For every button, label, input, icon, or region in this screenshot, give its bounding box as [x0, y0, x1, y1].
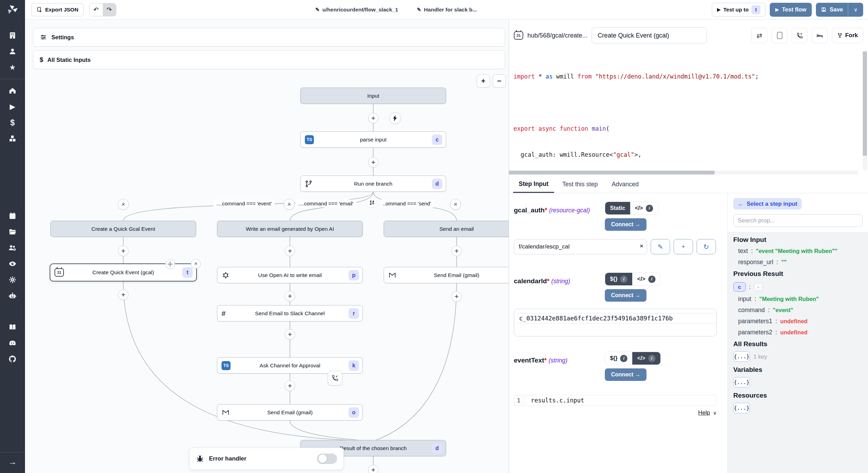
flow-settings-bar[interactable]: Settings — [33, 28, 505, 47]
flow-path-edit[interactable]: ✎ u/henricourdent/flow_slack_1 — [315, 7, 398, 13]
test-up-to-button[interactable]: ▶ Test up to t — [712, 3, 766, 17]
zoom-out-button[interactable]: − — [493, 74, 506, 88]
node-parse-input[interactable]: TS parse input c — [300, 131, 446, 148]
insert-step-button[interactable]: + — [285, 381, 295, 391]
node-create-quick-event-selected[interactable]: 31 Create Quick Event (gcal) t × — [50, 263, 197, 282]
code-horizontal-scrollbar[interactable] — [509, 171, 858, 174]
favorites-star-icon[interactable]: ★ — [5, 60, 20, 74]
audit-eye-icon[interactable] — [5, 257, 20, 271]
insert-step-button[interactable]: + — [368, 465, 378, 473]
all-static-inputs-bar[interactable]: $ All Static Inputs — [33, 50, 505, 69]
collapse-result-button[interactable]: - — [754, 283, 763, 291]
branch-header-1[interactable]: Create a Quick Gcal Event — [50, 221, 196, 237]
calendar-id-value-input[interactable]: c_0312442e881ae6fcf1dec23f54916a389f1c17… — [514, 309, 717, 336]
hub-script-path[interactable]: hub/568/gcal/create... — [527, 32, 587, 39]
calendar-id-connect-button[interactable]: Connect → — [605, 289, 646, 302]
node-ask-channel-approval[interactable]: TS Ask Channel for Approval k — [217, 357, 363, 374]
remove-branch-button[interactable]: × — [118, 199, 129, 210]
select-step-input-button[interactable]: ← Select a step input — [733, 198, 802, 210]
props-scroll-area[interactable]: Flow Input text:"event "Meeting with Rub… — [728, 232, 868, 473]
remove-branch-button[interactable]: × — [450, 199, 461, 210]
prev-step-badge[interactable]: c — [733, 282, 746, 292]
save-more-button[interactable]: ∨ — [848, 3, 863, 17]
flow-canvas[interactable]: Settings $ All Static Inputs + − Input +… — [25, 19, 509, 473]
resource-path-input[interactable] — [514, 239, 647, 254]
resources-cubes-icon[interactable] — [5, 132, 20, 146]
branch-header-2[interactable]: Write an email generated by Open AI — [217, 221, 363, 237]
mode-template-button[interactable]: ${}i — [605, 273, 632, 285]
code-editor[interactable]: import * as wmill from "https://deno.lan… — [509, 51, 868, 176]
github-icon[interactable] — [5, 352, 20, 366]
delete-step-button[interactable]: × — [191, 259, 201, 269]
prop-row-response-url[interactable]: response_url:"" — [738, 259, 862, 266]
home-icon[interactable] — [5, 84, 20, 98]
insert-step-button[interactable]: + — [285, 246, 295, 256]
fork-button[interactable]: Fork — [832, 28, 863, 43]
chevron-down-icon[interactable]: ∨ — [713, 410, 717, 416]
mode-code-button[interactable]: </>i — [630, 202, 658, 214]
insert-step-button[interactable]: + — [368, 113, 378, 123]
prop-row-parameters1[interactable]: parameters1:undefined — [738, 318, 862, 325]
runs-play-icon[interactable]: ▶ — [5, 100, 20, 114]
variables-dollar-icon[interactable]: $ — [5, 116, 20, 130]
insert-step-button[interactable]: + — [368, 157, 378, 168]
clear-resource-icon[interactable]: × — [640, 242, 643, 250]
all-results-expand-button[interactable]: {...} — [733, 351, 750, 362]
node-openai-write-email[interactable]: Use Open AI to write email p — [217, 267, 363, 283]
resources-expand-button[interactable]: {...} — [733, 403, 750, 413]
test-flow-button[interactable]: ▶ Test flow — [770, 3, 812, 17]
mode-code-button[interactable]: </>i — [632, 352, 660, 365]
suspend-approval-button[interactable] — [328, 371, 342, 385]
help-link[interactable]: Help — [698, 409, 710, 416]
cache-swap-button[interactable]: ⇄ — [751, 28, 767, 43]
insert-step-button[interactable]: + — [118, 289, 128, 300]
mode-template-button[interactable]: ${}i — [605, 352, 632, 365]
flow-summary-edit[interactable]: ✎ Handler for slack b... — [417, 7, 477, 13]
mode-code-button[interactable]: </>i — [632, 273, 660, 285]
insert-step-button[interactable]: + — [451, 291, 462, 302]
mode-static-button[interactable]: Static — [605, 202, 630, 214]
trigger-lightning-button[interactable] — [389, 112, 401, 124]
event-text-connect-button[interactable]: Connect → — [605, 368, 646, 381]
node-send-email-gmail-right[interactable]: Send Email (gmail) — [384, 267, 509, 283]
move-step-handle[interactable] — [165, 259, 175, 269]
prop-row-input[interactable]: input:"Meeting with Ruben" — [738, 295, 862, 303]
search-prop-input[interactable] — [733, 214, 862, 227]
redo-button[interactable]: ↷ — [103, 3, 116, 16]
add-branch-icon[interactable] — [367, 198, 376, 207]
event-text-expression-editor[interactable]: 1 results.c.input — [514, 395, 717, 406]
undo-button[interactable]: ↶ — [90, 3, 103, 16]
docs-book-icon[interactable] — [5, 320, 20, 334]
node-send-email-gmail-mid[interactable]: Send Email (gmail) o — [217, 404, 363, 421]
insert-step-button[interactable]: + — [118, 246, 128, 256]
error-handler-toggle[interactable] — [317, 454, 337, 464]
error-handler-card[interactable]: Error handler — [189, 448, 344, 470]
node-input[interactable]: Input — [300, 88, 446, 104]
tab-step-input[interactable]: Step Input — [513, 176, 554, 193]
add-resource-button[interactable]: + — [674, 239, 693, 254]
zoom-in-button[interactable]: + — [477, 74, 490, 88]
prop-row-text[interactable]: text:"event "Meeting with Ruben"" — [738, 247, 862, 255]
workspace-icon[interactable] — [5, 28, 20, 42]
edit-resource-button[interactable]: ✎ — [651, 239, 670, 254]
mock-square-button[interactable] — [771, 28, 787, 43]
code-vertical-scrollbar[interactable] — [863, 51, 867, 170]
step-name-input[interactable]: Create Quick Event (gcal) — [592, 27, 707, 43]
groups-users-icon[interactable] — [5, 241, 20, 255]
node-run-one-branch[interactable]: Run one branch d — [300, 176, 446, 192]
tab-test-this-step[interactable]: Test this step — [557, 176, 603, 193]
save-button[interactable]: Save — [816, 3, 848, 17]
insert-step-button[interactable]: + — [285, 329, 295, 340]
insert-step-button[interactable]: + — [285, 291, 295, 301]
refresh-resource-button[interactable]: ↻ — [696, 239, 716, 254]
variables-expand-button[interactable]: {...} — [733, 377, 750, 388]
windmill-logo[interactable] — [0, 0, 25, 19]
suspend-phone-button[interactable] — [792, 28, 808, 43]
gcal-auth-connect-button[interactable]: Connect → — [605, 218, 646, 231]
branch-header-3[interactable]: Send an email — [384, 221, 509, 237]
discord-icon[interactable] — [5, 336, 20, 350]
collapse-arrow-icon[interactable]: → — [5, 455, 20, 469]
user-icon[interactable] — [5, 44, 20, 58]
tab-advanced[interactable]: Advanced — [606, 176, 644, 193]
prop-row-parameters2[interactable]: parameters2:undefined — [738, 329, 862, 336]
